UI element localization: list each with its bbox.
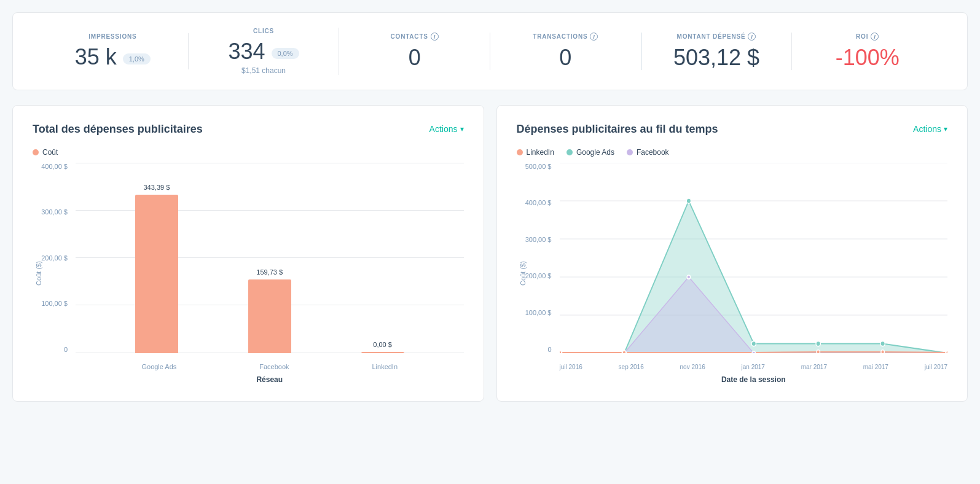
dashboard: IMPRESSIONS 35 k 1,0% CLICS 334 0,0% $1,… bbox=[0, 0, 980, 414]
x-axis-title-bar: Réseau bbox=[76, 375, 464, 384]
y-line-label-1: 100,00 $ bbox=[525, 309, 552, 316]
legend-dot-linkedin bbox=[517, 149, 523, 155]
impressions-value: 35 k bbox=[75, 45, 117, 69]
point-fb-3 bbox=[687, 275, 691, 278]
stat-impressions: IMPRESSIONS 35 k 1,0% bbox=[37, 33, 189, 69]
point-li-1 bbox=[560, 350, 562, 353]
bar-linkedin: 0,00 $ bbox=[361, 341, 404, 353]
point-li-2 bbox=[622, 350, 626, 353]
stat-montant: MONTANT DÉPENSÉ i 503,12 $ bbox=[641, 33, 793, 70]
transactions-label: TRANSACTIONS i bbox=[503, 33, 629, 41]
legend-item-cout: Coût bbox=[33, 148, 58, 157]
contacts-info-icon: i bbox=[431, 33, 439, 41]
montant-info-icon: i bbox=[748, 33, 756, 41]
x-axis-time-labels: juil 2016 sep 2016 nov 2016 jan 2017 mar… bbox=[560, 364, 948, 370]
bar-chart-actions-button[interactable]: Actions bbox=[429, 124, 464, 134]
chart-inner-bar: 343,39 $ 159,73 $ 0,00 $ bbox=[76, 163, 464, 353]
impressions-badge: 1,0% bbox=[123, 53, 151, 64]
x-time-label-1: sep 2016 bbox=[619, 364, 644, 370]
y-line-label-5: 500,00 $ bbox=[525, 163, 552, 170]
bar-google-ads: 343,39 $ bbox=[135, 184, 178, 353]
y-line-label-2: 200,00 $ bbox=[525, 272, 552, 279]
x-time-label-6: juil 2017 bbox=[925, 364, 947, 370]
point-ga-5 bbox=[815, 341, 820, 346]
bars-container: 343,39 $ 159,73 $ 0,00 $ bbox=[76, 163, 464, 353]
legend-label-fb: Facebook bbox=[637, 148, 669, 157]
bar-google bbox=[135, 195, 178, 353]
line-chart-card: Dépenses publicitaires au fil du temps A… bbox=[496, 105, 968, 402]
x-label-google: Google Ads bbox=[141, 363, 176, 370]
x-label-facebook: Facebook bbox=[259, 363, 289, 370]
clics-badge: 0,0% bbox=[272, 48, 299, 59]
y-line-label-0: 0 bbox=[547, 346, 551, 353]
impressions-label: IMPRESSIONS bbox=[50, 33, 176, 40]
x-axis-bar-labels: Google Ads Facebook LinkedIn bbox=[76, 359, 464, 370]
bar-label-google: 343,39 $ bbox=[143, 184, 170, 191]
roi-info-icon: i bbox=[871, 33, 879, 41]
legend-item-linkedin: LinkedIn bbox=[517, 148, 554, 157]
point-li-5 bbox=[946, 350, 947, 353]
y-label-2: 200,00 $ bbox=[41, 254, 68, 262]
bar-chart-area: 0 100,00 $ 200,00 $ 300,00 $ 400,00 $ bbox=[33, 163, 464, 384]
y-line-label-3: 300,00 $ bbox=[525, 236, 552, 243]
bar-linkedin bbox=[361, 352, 404, 353]
y-axis-title-bar: Coût ($) bbox=[35, 261, 42, 286]
point-ga-4 bbox=[751, 341, 756, 346]
line-chart-title: Dépenses publicitaires au fil du temps bbox=[517, 123, 718, 136]
legend-dot-googleads bbox=[566, 149, 573, 155]
x-time-label-2: nov 2016 bbox=[680, 364, 705, 370]
montant-label: MONTANT DÉPENSÉ i bbox=[654, 33, 780, 41]
stat-transactions: TRANSACTIONS i 0 bbox=[490, 33, 641, 70]
x-time-label-0: juil 2016 bbox=[560, 364, 582, 370]
line-chart-header: Dépenses publicitaires au fil du temps A… bbox=[517, 123, 948, 136]
y-label-1: 100,00 $ bbox=[41, 300, 68, 307]
line-chart-svg bbox=[560, 163, 948, 353]
y-label-0: 0 bbox=[64, 346, 68, 353]
legend-label-linkedin: LinkedIn bbox=[527, 148, 554, 157]
line-chart-legend: LinkedIn Google Ads Facebook bbox=[517, 148, 948, 157]
legend-dot-cout bbox=[33, 149, 39, 155]
bar-chart-card: Total des dépenses publicitaires Actions… bbox=[12, 105, 484, 402]
bar-facebook: 159,73 $ bbox=[248, 268, 291, 353]
clics-sub: $1,51 chacun bbox=[201, 66, 327, 75]
y-line-label-4: 400,00 $ bbox=[525, 199, 552, 206]
x-time-label-5: mai 2017 bbox=[863, 364, 888, 370]
y-axis-bar: 0 100,00 $ 200,00 $ 300,00 $ 400,00 $ bbox=[33, 163, 73, 353]
legend-dot-fb bbox=[627, 149, 633, 155]
transactions-value: 0 bbox=[503, 45, 629, 70]
clics-value: 334 bbox=[228, 39, 265, 64]
stat-roi: ROI i -100% bbox=[792, 33, 943, 70]
charts-row: Total des dépenses publicitaires Actions… bbox=[12, 105, 968, 402]
y-label-4: 400,00 $ bbox=[41, 163, 68, 170]
bar-chart-legend: Coût bbox=[33, 148, 464, 157]
bar-chart-header: Total des dépenses publicitaires Actions bbox=[33, 123, 464, 136]
x-time-label-3: jan 2017 bbox=[742, 364, 765, 370]
montant-value: 503,12 $ bbox=[654, 45, 780, 70]
y-axis-line: 0 100,00 $ 200,00 $ 300,00 $ 400,00 $ 50… bbox=[517, 163, 557, 353]
clics-label: CLICS bbox=[201, 28, 327, 34]
line-chart-area: 0 100,00 $ 200,00 $ 300,00 $ 400,00 $ 50… bbox=[517, 163, 948, 384]
line-chart-actions-button[interactable]: Actions bbox=[913, 124, 947, 134]
legend-item-googleads: Google Ads bbox=[566, 148, 614, 157]
y-label-3: 300,00 $ bbox=[41, 208, 68, 216]
legend-label-cout: Coût bbox=[42, 148, 58, 157]
bar-chart-title: Total des dépenses publicitaires bbox=[33, 123, 203, 136]
roi-value: -100% bbox=[804, 45, 930, 70]
contacts-value: 0 bbox=[351, 45, 477, 70]
stat-clics: CLICS 334 0,0% $1,51 chacun bbox=[189, 28, 340, 75]
legend-item-fb: Facebook bbox=[627, 148, 669, 157]
y-axis-title-line: Coût ($) bbox=[519, 261, 526, 286]
stat-contacts: CONTACTS i 0 bbox=[339, 33, 490, 70]
point-li-4 bbox=[880, 349, 884, 353]
x-axis-title-line: Date de la session bbox=[560, 375, 948, 384]
bar-label-facebook: 159,73 $ bbox=[256, 268, 283, 276]
point-ga-6 bbox=[880, 341, 884, 346]
stats-card: IMPRESSIONS 35 k 1,0% CLICS 334 0,0% $1,… bbox=[12, 12, 968, 90]
point-li-3 bbox=[816, 349, 820, 353]
x-time-label-4: mar 2017 bbox=[801, 364, 827, 370]
legend-label-googleads: Google Ads bbox=[576, 148, 614, 157]
roi-label: ROI i bbox=[804, 33, 930, 41]
point-ga-3 bbox=[686, 198, 691, 203]
contacts-label: CONTACTS i bbox=[351, 33, 477, 41]
point-fb-4 bbox=[751, 351, 755, 353]
